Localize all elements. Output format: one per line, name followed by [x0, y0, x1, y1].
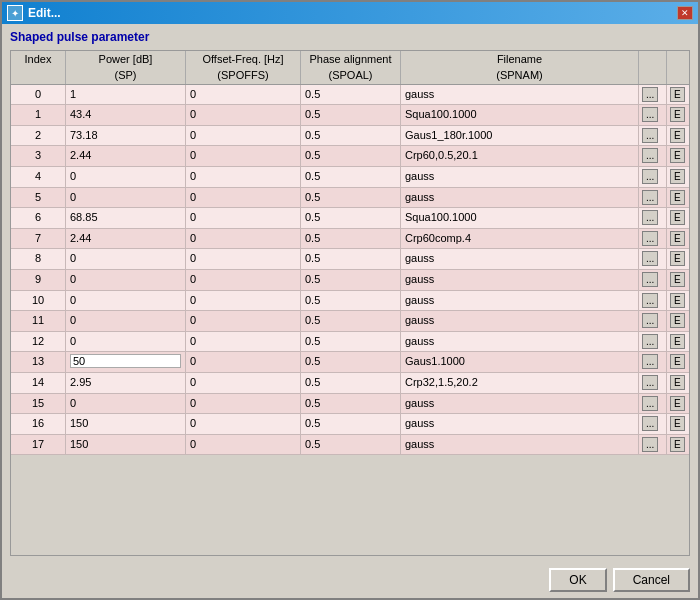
- cell-power-2: 73.18: [66, 126, 186, 146]
- cell-filename-14: Crp32,1.5,20.2: [401, 373, 639, 393]
- cell-power-5: 0: [66, 188, 186, 208]
- col-sub-filename: (SPNAM): [401, 67, 639, 83]
- cell-index-5: 5: [11, 188, 66, 208]
- cell-phase-8: 0.5: [301, 249, 401, 269]
- ellipsis-button-14[interactable]: ...: [642, 375, 658, 390]
- cell-ellipsis-0: ...: [639, 85, 667, 105]
- ellipsis-button-3[interactable]: ...: [642, 148, 658, 163]
- ellipsis-button-2[interactable]: ...: [642, 128, 658, 143]
- cell-power-14: 2.95: [66, 373, 186, 393]
- cell-filename-3: Crp60,0.5,20.1: [401, 146, 639, 166]
- cell-phase-3: 0.5: [301, 146, 401, 166]
- cell-filename-5: gauss: [401, 188, 639, 208]
- ellipsis-button-0[interactable]: ...: [642, 87, 658, 102]
- cell-filename-16: gauss: [401, 414, 639, 434]
- cell-offset-9: 0: [186, 270, 301, 290]
- table-headers: Index Power [dB] Offset-Freq. [Hz] Phase…: [11, 51, 689, 85]
- edit-button-13[interactable]: E: [670, 354, 685, 369]
- cell-offset-0: 0: [186, 85, 301, 105]
- table-row: 32.4400.5Crp60,0.5,20.1...E: [11, 146, 689, 167]
- edit-button-1[interactable]: E: [670, 107, 685, 122]
- cell-index-0: 0: [11, 85, 66, 105]
- cell-filename-1: Squa100.1000: [401, 105, 639, 125]
- ellipsis-button-5[interactable]: ...: [642, 190, 658, 205]
- ellipsis-button-16[interactable]: ...: [642, 416, 658, 431]
- cell-ellipsis-17: ...: [639, 435, 667, 455]
- ellipsis-button-15[interactable]: ...: [642, 396, 658, 411]
- cell-offset-7: 0: [186, 229, 301, 249]
- close-button[interactable]: ✕: [677, 6, 693, 20]
- edit-button-15[interactable]: E: [670, 396, 685, 411]
- cell-index-10: 10: [11, 291, 66, 311]
- edit-button-9[interactable]: E: [670, 272, 685, 287]
- edit-button-17[interactable]: E: [670, 437, 685, 452]
- ok-button[interactable]: OK: [549, 568, 606, 592]
- cell-power-0: 1: [66, 85, 186, 105]
- edit-button-7[interactable]: E: [670, 231, 685, 246]
- edit-button-5[interactable]: E: [670, 190, 685, 205]
- edit-button-4[interactable]: E: [670, 169, 685, 184]
- main-window: ✦ Edit... ✕ Shaped pulse parameter Index…: [0, 0, 700, 600]
- cell-edit-5: E: [667, 188, 689, 208]
- cell-offset-6: 0: [186, 208, 301, 228]
- col-header-ellipsis: [639, 51, 667, 67]
- table-row: 1615000.5gauss...E: [11, 414, 689, 435]
- ellipsis-button-7[interactable]: ...: [642, 231, 658, 246]
- cell-edit-10: E: [667, 291, 689, 311]
- cell-power-11: 0: [66, 311, 186, 331]
- cell-phase-5: 0.5: [301, 188, 401, 208]
- cell-offset-8: 0: [186, 249, 301, 269]
- title-bar: ✦ Edit... ✕: [2, 2, 698, 24]
- input-power-13[interactable]: [70, 354, 181, 368]
- window-icon: ✦: [7, 5, 23, 21]
- ellipsis-button-13[interactable]: ...: [642, 354, 658, 369]
- cancel-button[interactable]: Cancel: [613, 568, 690, 592]
- cell-ellipsis-7: ...: [639, 229, 667, 249]
- col-sub-offset: (SPOFFS): [186, 67, 301, 83]
- table-row: 1715000.5gauss...E: [11, 435, 689, 456]
- ellipsis-button-11[interactable]: ...: [642, 313, 658, 328]
- cell-filename-15: gauss: [401, 394, 639, 414]
- cell-offset-13: 0: [186, 352, 301, 372]
- cell-index-11: 11: [11, 311, 66, 331]
- cell-ellipsis-10: ...: [639, 291, 667, 311]
- col-sub-phase: (SPOAL): [301, 67, 401, 83]
- ellipsis-button-8[interactable]: ...: [642, 251, 658, 266]
- window-content: Shaped pulse parameter Index Power [dB] …: [2, 24, 698, 562]
- edit-button-0[interactable]: E: [670, 87, 685, 102]
- edit-button-6[interactable]: E: [670, 210, 685, 225]
- ellipsis-button-1[interactable]: ...: [642, 107, 658, 122]
- cell-power-13[interactable]: [66, 352, 186, 372]
- cell-offset-2: 0: [186, 126, 301, 146]
- ellipsis-button-6[interactable]: ...: [642, 210, 658, 225]
- edit-button-3[interactable]: E: [670, 148, 685, 163]
- edit-button-12[interactable]: E: [670, 334, 685, 349]
- cell-edit-9: E: [667, 270, 689, 290]
- cell-index-13: 13: [11, 352, 66, 372]
- edit-button-2[interactable]: E: [670, 128, 685, 143]
- cell-phase-9: 0.5: [301, 270, 401, 290]
- cell-ellipsis-9: ...: [639, 270, 667, 290]
- table-body[interactable]: 0100.5gauss...E143.400.5Squa100.1000...E…: [11, 85, 689, 555]
- ellipsis-button-9[interactable]: ...: [642, 272, 658, 287]
- edit-button-11[interactable]: E: [670, 313, 685, 328]
- cell-edit-1: E: [667, 105, 689, 125]
- ellipsis-button-17[interactable]: ...: [642, 437, 658, 452]
- cell-index-16: 16: [11, 414, 66, 434]
- cell-edit-7: E: [667, 229, 689, 249]
- cell-index-3: 3: [11, 146, 66, 166]
- cell-power-17: 150: [66, 435, 186, 455]
- cell-phase-12: 0.5: [301, 332, 401, 352]
- col-header-filename: Filename: [401, 51, 639, 67]
- cell-power-3: 2.44: [66, 146, 186, 166]
- edit-button-8[interactable]: E: [670, 251, 685, 266]
- cell-index-17: 17: [11, 435, 66, 455]
- edit-button-10[interactable]: E: [670, 293, 685, 308]
- ellipsis-button-4[interactable]: ...: [642, 169, 658, 184]
- table-row: 11000.5gauss...E: [11, 311, 689, 332]
- ellipsis-button-12[interactable]: ...: [642, 334, 658, 349]
- table-row: 4000.5gauss...E: [11, 167, 689, 188]
- edit-button-14[interactable]: E: [670, 375, 685, 390]
- edit-button-16[interactable]: E: [670, 416, 685, 431]
- ellipsis-button-10[interactable]: ...: [642, 293, 658, 308]
